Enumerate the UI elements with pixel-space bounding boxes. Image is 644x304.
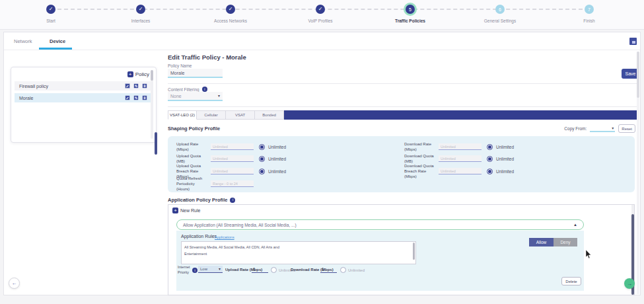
next-arrow-icon: → bbox=[627, 281, 632, 287]
upload-quota-input[interactable] bbox=[211, 155, 254, 162]
policy-row-morale[interactable]: Morale bbox=[15, 93, 151, 102]
unlimited-label: Unlimited bbox=[496, 169, 514, 174]
edit-icon[interactable] bbox=[125, 83, 130, 89]
rule-header[interactable]: Allow Application (All Streaming Media, … bbox=[176, 219, 584, 230]
policy-name: Firewall policy bbox=[19, 84, 125, 89]
upload-quota-unlimited-radio[interactable] bbox=[259, 156, 265, 162]
copy-icon[interactable] bbox=[133, 95, 139, 100]
step-voip-profiles[interactable]: ✓ VoIP Profiles bbox=[287, 5, 353, 23]
quota-refresh-label: Quota Refresh Periodicity (Hours) bbox=[176, 176, 208, 192]
unlimited-label: Unlimited bbox=[268, 157, 286, 161]
delete-icon[interactable] bbox=[142, 83, 147, 89]
step-number: 5 bbox=[406, 5, 415, 14]
step-label: Finish bbox=[556, 19, 622, 23]
next-button[interactable]: → bbox=[624, 278, 635, 289]
delete-icon[interactable] bbox=[142, 95, 147, 100]
tab-cellular[interactable]: Cellular bbox=[197, 110, 226, 120]
add-policy-button[interactable]: + Policy bbox=[127, 71, 149, 77]
info-icon[interactable]: i bbox=[230, 198, 235, 203]
step-general-settings[interactable]: 6 General Settings bbox=[467, 5, 533, 23]
step-finish[interactable]: 7 Finish bbox=[556, 5, 622, 23]
info-icon[interactable]: i bbox=[202, 87, 207, 92]
quota-refresh-input[interactable] bbox=[211, 180, 254, 187]
chevron-down-icon: ▾ bbox=[612, 126, 614, 130]
rule-download-rate-input[interactable] bbox=[320, 266, 337, 273]
upload-quota-label: Upload Quota (MB) bbox=[176, 153, 208, 164]
mouse-cursor bbox=[585, 250, 592, 259]
download-breach-input[interactable] bbox=[439, 168, 482, 174]
step-interfaces[interactable]: ✓ Interfaces bbox=[108, 5, 174, 23]
download-rate-unlimited-radio[interactable] bbox=[487, 144, 493, 150]
allow-button[interactable]: Allow bbox=[529, 238, 554, 247]
step-access-networks[interactable]: ✓ Access Networks bbox=[197, 5, 264, 23]
main-card: Network Device + Policy Firewall policy … bbox=[3, 32, 641, 295]
upload-rate-input[interactable] bbox=[211, 143, 254, 150]
tab-network[interactable]: Network bbox=[14, 38, 32, 44]
content-filtering-value: None bbox=[170, 94, 182, 98]
wizard-stepper: ✓ Start ✓ Interfaces ✓ Access Networks ✓… bbox=[0, 0, 644, 30]
policy-name-label: Policy Name bbox=[168, 63, 192, 68]
tab-device[interactable]: Device bbox=[50, 38, 65, 44]
back-button[interactable]: ← bbox=[9, 278, 20, 289]
download-breach-unlimited-radio[interactable] bbox=[487, 169, 493, 174]
delete-rule-button[interactable]: Delete bbox=[561, 277, 581, 285]
content-filtering-select[interactable]: None ▾ bbox=[168, 92, 223, 101]
add-policy-label: Policy bbox=[135, 71, 149, 77]
plus-icon: + bbox=[127, 71, 133, 77]
download-quota-unlimited-radio[interactable] bbox=[487, 156, 493, 162]
internet-priority-select[interactable]: Low ▾ bbox=[198, 266, 223, 273]
rule-download-unlimited-radio[interactable] bbox=[340, 267, 346, 273]
upload-rate-unlimited-radio[interactable] bbox=[259, 144, 265, 150]
application-policy-title: Application Policy Profile bbox=[168, 197, 227, 203]
copy-icon[interactable] bbox=[133, 83, 139, 89]
content-filtering-label: Content Filtering bbox=[168, 87, 199, 92]
unlimited-label: Unlimited bbox=[496, 157, 514, 161]
new-rule-button[interactable]: + New Rule bbox=[172, 208, 200, 213]
check-icon: ✓ bbox=[316, 5, 325, 14]
application-rules-container: + New Rule Allow Application (All Stream… bbox=[168, 204, 635, 295]
copy-from-select[interactable]: ▾ bbox=[590, 125, 615, 132]
rule-upload-unlimited-radio[interactable] bbox=[271, 267, 277, 273]
chevron-down-icon: ▾ bbox=[219, 267, 221, 271]
step-label: Access Networks bbox=[197, 19, 264, 23]
plus-icon: + bbox=[172, 208, 178, 213]
wizard-page: ✓ Start ✓ Interfaces ✓ Access Networks ✓… bbox=[0, 0, 644, 304]
step-start[interactable]: ✓ Start bbox=[18, 5, 84, 23]
step-label: VoIP Profiles bbox=[287, 19, 353, 23]
tab-vsat-leo[interactable]: VSAT-LEO (2) bbox=[168, 110, 197, 120]
tab-bonded[interactable]: Bonded bbox=[255, 110, 284, 120]
copy-from-label: Copy From: bbox=[564, 126, 587, 131]
deny-button[interactable]: Deny bbox=[554, 238, 577, 247]
card-scrollbar-thumb[interactable] bbox=[637, 52, 639, 98]
edit-icon[interactable] bbox=[125, 95, 130, 100]
policy-row-firewall[interactable]: Firewall policy bbox=[15, 81, 151, 91]
download-rate-input[interactable] bbox=[439, 143, 482, 150]
upload-rate-label: Upload Rate (Mbps) bbox=[176, 141, 208, 152]
unlimited-label: Unlimited bbox=[268, 169, 286, 174]
panel-scrollbar[interactable] bbox=[151, 70, 153, 139]
unlimited-label: Unlimited bbox=[496, 145, 514, 149]
step-traffic-policies[interactable]: 5 Traffic Policies bbox=[377, 5, 443, 23]
download-quota-input[interactable] bbox=[439, 155, 482, 162]
download-breach-label: Download Quota Breach Rate (Mbps) bbox=[404, 163, 436, 179]
collapse-icon[interactable]: ▲ bbox=[573, 223, 577, 227]
textarea-scrollbar-thumb[interactable] bbox=[413, 243, 415, 260]
fullscreen-icon[interactable] bbox=[629, 38, 637, 45]
content-scrollbar-thumb[interactable] bbox=[155, 132, 157, 155]
tab-vsat[interactable]: VSAT bbox=[226, 110, 255, 120]
rule-upload-rate-input[interactable] bbox=[252, 266, 268, 273]
upload-breach-unlimited-radio[interactable] bbox=[259, 169, 265, 174]
info-icon[interactable]: i bbox=[192, 268, 197, 273]
upload-breach-input[interactable] bbox=[211, 168, 254, 174]
applications-link[interactable]: Applications bbox=[215, 235, 234, 239]
internet-priority-value: Low bbox=[200, 267, 207, 271]
policy-name-input[interactable] bbox=[168, 69, 223, 78]
check-icon: ✓ bbox=[226, 5, 235, 14]
reset-button[interactable]: Reset bbox=[618, 124, 635, 133]
application-rules-textarea[interactable]: All Streaming Media, All Social Media, A… bbox=[181, 241, 416, 264]
profile-tabbar: VSAT-LEO (2) Cellular VSAT Bonded bbox=[168, 110, 637, 120]
card-scrollbar[interactable] bbox=[637, 52, 639, 294]
panel-scrollbar-thumb[interactable] bbox=[151, 70, 153, 81]
check-icon: ✓ bbox=[136, 5, 145, 14]
step-number: 6 bbox=[495, 5, 505, 14]
